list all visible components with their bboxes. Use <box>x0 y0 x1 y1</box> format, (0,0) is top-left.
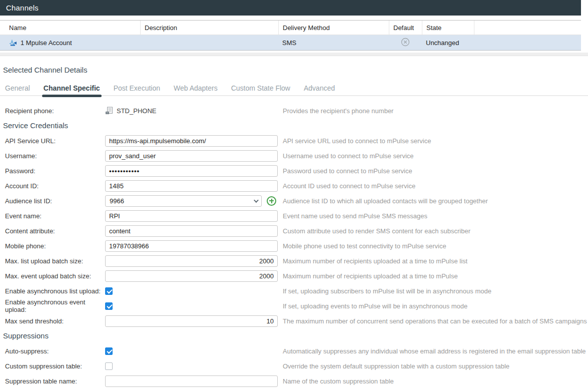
circle-x-icon <box>401 38 410 48</box>
recipient-phone-label: Recipient phone: <box>5 107 105 115</box>
username-input[interactable] <box>105 150 278 162</box>
custom-suppression-table-label: Custom suppression table: <box>5 362 105 370</box>
event-name-row: Event name: Event name used to send mPul… <box>0 208 588 223</box>
tab-channel-specific[interactable]: Channel Specific <box>44 84 100 95</box>
channel-row-spacer <box>474 35 581 50</box>
recipient-phone-row: Recipient phone: STD_PHONE Provides the … <box>0 103 588 118</box>
auto-suppress-row: Auto-suppress: Automatically suppresses … <box>0 343 588 358</box>
max-event-upload-batch-size-help: Maximum number of recipients uploaded at… <box>283 272 458 280</box>
column-header-delivery-method[interactable]: Delivery Method <box>278 21 389 35</box>
tab-web-adapters[interactable]: Web Adapters <box>174 84 218 95</box>
password-label: Password: <box>5 167 105 175</box>
recipient-phone-value: STD_PHONE <box>117 107 156 115</box>
audience-list-id-help: Audience list ID to which all uploaded c… <box>283 197 488 205</box>
recipient-phone-help: Provides the recipient's phone number <box>283 107 393 115</box>
username-help: Username used to connect to mPulse servi… <box>283 152 414 160</box>
max-list-upload-batch-size-help: Maximum number of recipients uploaded at… <box>283 257 467 265</box>
suppression-table-name-help: Name of the custom suppression table <box>283 377 394 385</box>
enable-async-list-upload-row: Enable asynchronous list upload: If set,… <box>0 283 588 298</box>
api-service-url-label: API Service URL: <box>5 137 105 145</box>
max-event-upload-batch-size-label: Max. event upload batch size: <box>5 272 105 280</box>
max-send-threshold-label: Max send threshold: <box>5 317 105 325</box>
audience-list-id-value: 9966 <box>110 197 124 205</box>
enable-async-event-upload-label: Enable asynchronous event upload: <box>5 298 105 313</box>
max-send-threshold-input[interactable] <box>105 315 278 327</box>
event-name-help: Event name used to send mPulse SMS messa… <box>283 212 427 220</box>
column-header-name[interactable]: Name <box>0 21 140 35</box>
suppression-table-name-row: Suppression table name: Name of the cust… <box>0 373 588 388</box>
api-service-url-input[interactable] <box>105 135 278 147</box>
event-name-input[interactable] <box>105 210 278 222</box>
horizontal-scrollbar[interactable] <box>0 53 588 56</box>
column-header-spacer <box>474 21 581 35</box>
phone-attribute-icon <box>105 107 113 115</box>
custom-suppression-table-checkbox[interactable] <box>105 362 113 370</box>
api-service-url-help: API service URL used to connect to mPuls… <box>283 137 431 145</box>
channels-table: Name Description Delivery Method Default… <box>0 20 581 51</box>
mpulse-logo-icon <box>9 39 18 47</box>
event-name-label: Event name: <box>5 212 105 220</box>
add-audience-list-button[interactable] <box>267 196 276 206</box>
content-attribute-input[interactable] <box>105 225 278 237</box>
auto-suppress-help: Automatically suppresses any individual … <box>283 347 586 355</box>
service-credentials-heading: Service Credentials <box>0 118 588 133</box>
mobile-phone-row: Mobile phone: Mobile phone used to test … <box>0 238 588 253</box>
content-attribute-help: Custom attribute used to render SMS cont… <box>283 227 470 235</box>
enable-async-list-upload-label: Enable asynchronous list upload: <box>5 287 105 295</box>
max-list-upload-batch-size-label: Max. list upload batch size: <box>5 257 105 265</box>
channel-name-cell: 1 Mpulse Account <box>0 35 140 50</box>
details-tab-bar: General Channel Specific Post Execution … <box>0 84 588 96</box>
auto-suppress-checkbox[interactable] <box>105 347 113 355</box>
enable-async-list-upload-checkbox[interactable] <box>105 287 113 295</box>
password-help: Password used to connect to mPulse servi… <box>283 167 412 175</box>
table-header-row: Name Description Delivery Method Default… <box>0 21 581 35</box>
custom-suppression-table-help: Override the system default suppression … <box>283 362 509 370</box>
selected-channel-details-heading: Selected Channel Details <box>0 66 588 74</box>
enable-async-list-upload-help: If set, uploading subscribers to mPulse … <box>283 287 491 295</box>
column-header-default[interactable]: Default <box>389 21 422 35</box>
mobile-phone-label: Mobile phone: <box>5 242 105 250</box>
channel-state-cell: Unchanged <box>422 35 474 50</box>
username-row: Username: Username used to connect to mP… <box>0 148 588 163</box>
column-header-state[interactable]: State <box>422 21 474 35</box>
password-input[interactable] <box>105 165 278 177</box>
audience-list-id-label: Audience list ID: <box>5 197 105 205</box>
column-header-description[interactable]: Description <box>140 21 278 35</box>
suppression-table-name-input[interactable] <box>105 375 278 387</box>
content-attribute-row: Content attribute: Custom attribute used… <box>0 223 588 238</box>
channel-delivery-method-cell: SMS <box>278 35 389 50</box>
api-service-url-row: API Service URL: API service URL used to… <box>0 133 588 148</box>
account-id-input[interactable] <box>105 180 278 192</box>
audience-list-id-select[interactable]: 9966 <box>105 195 262 207</box>
content-attribute-label: Content attribute: <box>5 227 105 235</box>
tab-post-execution[interactable]: Post Execution <box>114 84 160 95</box>
tab-advanced[interactable]: Advanced <box>304 84 335 95</box>
account-id-help: Account ID used to connect to mPulse ser… <box>283 182 415 190</box>
account-id-label: Account ID: <box>5 182 105 190</box>
mobile-phone-help: Mobile phone used to test connectivity t… <box>283 242 446 250</box>
username-label: Username: <box>5 152 105 160</box>
enable-async-event-upload-help: If set, uploading events to mPulse will … <box>283 302 467 310</box>
password-row: Password: Password used to connect to mP… <box>0 163 588 178</box>
tab-general[interactable]: General <box>5 84 30 95</box>
max-list-upload-batch-size-input[interactable] <box>105 255 278 267</box>
enable-async-event-upload-row: Enable asynchronous event upload: If set… <box>0 298 588 313</box>
channel-specific-form: Recipient phone: STD_PHONE Provides the … <box>0 103 588 388</box>
channel-default-cell <box>389 35 422 50</box>
max-event-upload-batch-size-row: Max. event upload batch size: Maximum nu… <box>0 268 588 283</box>
mobile-phone-input[interactable] <box>105 240 278 252</box>
custom-suppression-table-row: Custom suppression table: Override the s… <box>0 358 588 373</box>
account-id-row: Account ID: Account ID used to connect t… <box>0 178 588 193</box>
chevron-down-icon <box>254 198 259 203</box>
max-list-upload-batch-size-row: Max. list upload batch size: Maximum num… <box>0 253 588 268</box>
suppressions-heading: Suppressions <box>0 328 588 343</box>
enable-async-event-upload-checkbox[interactable] <box>105 302 113 310</box>
max-event-upload-batch-size-input[interactable] <box>105 270 278 282</box>
auto-suppress-label: Auto-suppress: <box>5 347 105 355</box>
channel-name: 1 Mpulse Account <box>21 39 72 47</box>
max-send-threshold-row: Max send threshold: The maximum number o… <box>0 313 588 328</box>
tab-custom-state-flow[interactable]: Custom State Flow <box>231 84 290 95</box>
suppression-table-name-label: Suppression table name: <box>5 377 105 385</box>
channel-description-cell <box>140 35 278 50</box>
table-row[interactable]: 1 Mpulse Account SMS Unchanged <box>0 35 581 50</box>
